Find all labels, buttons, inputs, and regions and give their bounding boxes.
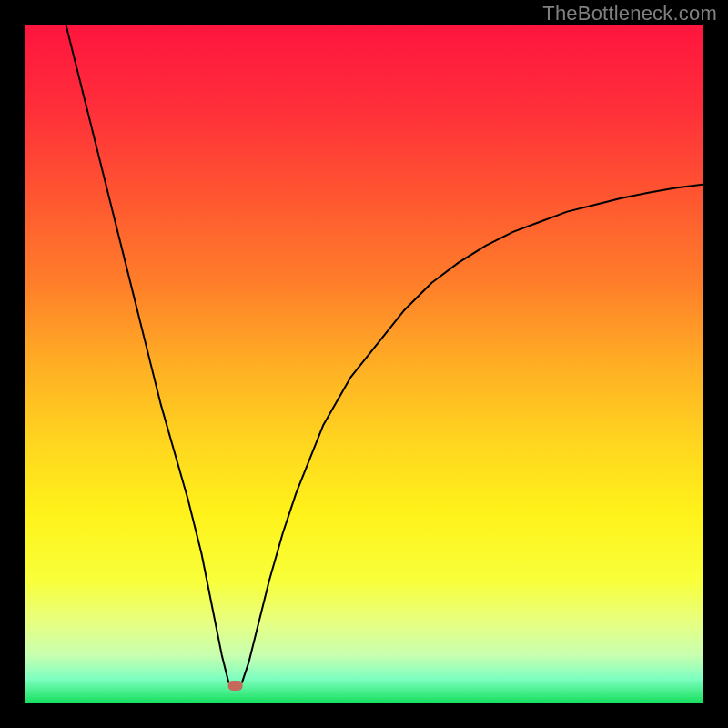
bottleneck-chart	[0, 0, 728, 728]
optimum-marker	[228, 681, 243, 691]
chart-plot-area	[25, 25, 703, 703]
watermark-text: TheBottleneck.com	[542, 2, 717, 25]
chart-wrapper: TheBottleneck.com	[0, 0, 728, 728]
